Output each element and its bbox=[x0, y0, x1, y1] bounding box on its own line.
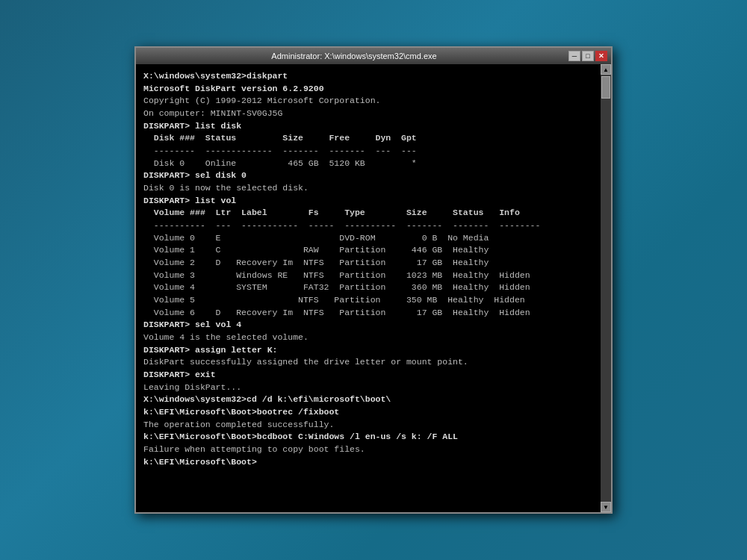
maximize-button[interactable]: □ bbox=[582, 51, 594, 61]
window-controls: ─ □ ✕ bbox=[568, 51, 607, 61]
console-line: On computer: MININT-SV0GJ5G bbox=[143, 108, 604, 120]
console-line: DISKPART> list vol bbox=[143, 195, 604, 208]
console-output: X:\windows\system32>diskpartMicrosoft Di… bbox=[136, 64, 611, 512]
console-line: Volume 5 NTFS Partition 350 MB Healthy H… bbox=[143, 294, 604, 307]
console-line: DISKPART> list disk bbox=[143, 120, 604, 133]
console-line: DISKPART> sel disk 0 bbox=[143, 169, 604, 182]
console-line: ---------- --- ----------- ----- -------… bbox=[143, 220, 604, 232]
console-line: Leaving DiskPart... bbox=[143, 382, 604, 394]
console-line: DiskPart successfully assigned the drive… bbox=[143, 356, 604, 369]
console-line: k:\EFI\Microsoft\Boot> bbox=[143, 456, 604, 469]
console-line: Volume 4 is the selected volume. bbox=[143, 332, 604, 344]
console-line: Disk 0 Online 465 GB 5120 KB * bbox=[143, 158, 604, 170]
console-line: Volume 6 D Recovery Im NTFS Partition 17… bbox=[143, 307, 604, 320]
scrollbar[interactable]: ▲ ▼ bbox=[601, 64, 611, 512]
console-line: Volume 4 SYSTEM FAT32 Partition 360 MB H… bbox=[143, 281, 604, 294]
console-line: Disk 0 is now the selected disk. bbox=[143, 182, 604, 195]
console-line: Microsoft DiskPart version 6.2.9200 bbox=[143, 83, 604, 96]
console-line: DISKPART> sel vol 4 bbox=[143, 319, 604, 332]
console-line: X:\windows\system32>diskpart bbox=[143, 70, 604, 83]
console-line: k:\EFI\Microsoft\Boot>bootrec /fixboot bbox=[143, 406, 604, 419]
minimize-button[interactable]: ─ bbox=[568, 51, 580, 61]
console-line: Volume 2 D Recovery Im NTFS Partition 17… bbox=[143, 257, 604, 270]
console-line: Volume 3 Windows RE NTFS Partition 1023 … bbox=[143, 270, 604, 282]
console-line: Volume 0 E DVD-ROM 0 B No Media bbox=[143, 232, 604, 245]
desktop: Administrator: X:\windows\system32\cmd.e… bbox=[0, 0, 747, 560]
console-line: The operation completed successfully. bbox=[143, 419, 604, 432]
console-line: DISKPART> exit bbox=[143, 369, 604, 382]
console-line: DISKPART> assign letter K: bbox=[143, 344, 604, 357]
console-line: X:\windows\system32>cd /d k:\efi\microso… bbox=[143, 393, 604, 406]
window-title: Administrator: X:\windows\system32\cmd.e… bbox=[140, 52, 568, 60]
scroll-thumb[interactable] bbox=[601, 76, 610, 99]
cmd-window: Administrator: X:\windows\system32\cmd.e… bbox=[134, 46, 613, 514]
scroll-down-button[interactable]: ▼ bbox=[601, 502, 611, 512]
console-line: k:\EFI\Microsoft\Boot>bcdboot C:Windows … bbox=[143, 431, 604, 444]
console-line: Disk ### Status Size Free Dyn Gpt bbox=[143, 132, 604, 145]
scroll-up-button[interactable]: ▲ bbox=[601, 64, 611, 75]
console-line: Failure when attempting to copy boot fil… bbox=[143, 444, 604, 456]
console-line: -------- ------------- ------- ------- -… bbox=[143, 145, 604, 158]
title-bar: Administrator: X:\windows\system32\cmd.e… bbox=[136, 48, 611, 64]
close-button[interactable]: ✕ bbox=[595, 51, 607, 61]
console-line: Volume ### Ltr Label Fs Type Size Status… bbox=[143, 207, 604, 220]
console-line: Volume 1 C RAW Partition 446 GB Healthy bbox=[143, 244, 604, 257]
console-line: Copyright (C) 1999-2012 Microsoft Corpor… bbox=[143, 95, 604, 108]
